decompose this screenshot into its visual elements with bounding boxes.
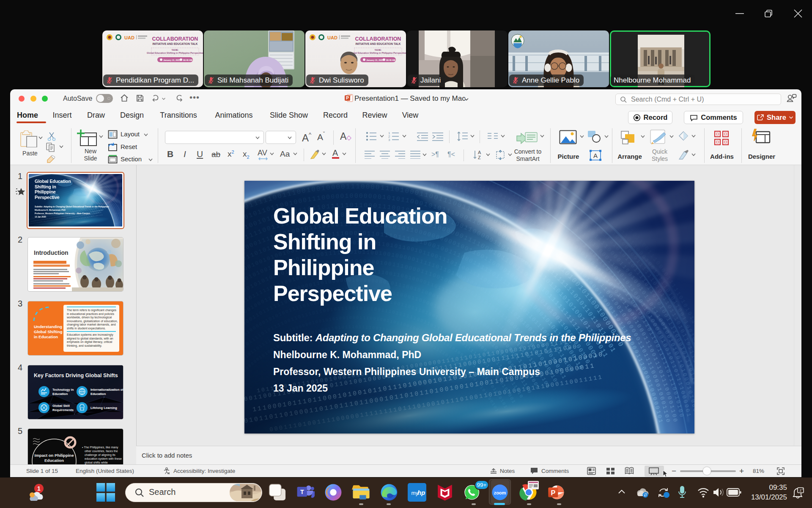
svg-text:09:40 AM: 09:40 AM bbox=[183, 59, 192, 61]
svg-text:COLLABORATION: COLLABORATION bbox=[355, 36, 401, 42]
svg-text:THEME:: THEME: bbox=[171, 49, 179, 51]
svg-text:Key Factors Driving Global Shi: Key Factors Driving Global Shifts bbox=[34, 373, 118, 378]
svg-text:January 13, 2025: January 13, 2025 bbox=[163, 59, 180, 61]
svg-text:INITIATIVE AND EDUCATION TALK: INITIATIVE AND EDUCATION TALK bbox=[152, 42, 198, 45]
svg-text:Internationalization of: Internationalization of bbox=[91, 388, 123, 392]
svg-text:Z: Z bbox=[478, 155, 481, 160]
svg-text:global shifts while: global shifts while bbox=[85, 461, 108, 464]
svg-text:challenge of aligning its: challenge of aligning its bbox=[85, 453, 115, 457]
svg-text:3: 3 bbox=[388, 138, 390, 141]
svg-text:Global Skill: Global Skill bbox=[52, 404, 70, 408]
svg-text:Education: Education bbox=[44, 458, 64, 463]
svg-text:INITIATIVE AND EDUCATION TALK: INITIATIVE AND EDUCATION TALK bbox=[355, 42, 401, 45]
svg-text:1: 1 bbox=[37, 485, 41, 492]
svg-text:Education: Education bbox=[52, 392, 68, 396]
svg-text:Lifelong Learning: Lifelong Learning bbox=[91, 406, 117, 410]
svg-text:• The Philippines, like many: • The Philippines, like many bbox=[82, 446, 118, 449]
svg-text:Impact on Philippine: Impact on Philippine bbox=[35, 453, 74, 458]
svg-text:UAD: UAD bbox=[327, 35, 337, 40]
svg-text:Z: Z bbox=[800, 489, 802, 492]
svg-text:P: P bbox=[346, 96, 349, 100]
svg-text:Requirements: Requirements bbox=[52, 408, 74, 412]
svg-text:P: P bbox=[551, 489, 555, 497]
svg-text:education system with these: education system with these bbox=[85, 457, 122, 461]
svg-text:Global Education Shifting in P: Global Education Shifting in Philippine … bbox=[350, 52, 406, 54]
svg-text:Global Education Shifting in P: Global Education Shifting in Philippine … bbox=[147, 52, 203, 54]
svg-text:hp: hp bbox=[417, 489, 425, 496]
svg-text:UAD: UAD bbox=[124, 35, 134, 40]
svg-text:09:40 AM: 09:40 AM bbox=[386, 59, 395, 61]
svg-text:January 13, 2025: January 13, 2025 bbox=[366, 59, 383, 61]
svg-text:Technology in: Technology in bbox=[52, 388, 74, 392]
svg-text:THEME:: THEME: bbox=[374, 49, 382, 51]
svg-text:Education: Education bbox=[91, 392, 106, 396]
svg-text:COLLABORATION: COLLABORATION bbox=[152, 36, 198, 42]
svg-text:other countries, faces the: other countries, faces the bbox=[85, 450, 118, 453]
svg-text:zoom: zoom bbox=[494, 490, 506, 495]
svg-text:A: A bbox=[478, 150, 481, 155]
svg-text:A: A bbox=[593, 152, 598, 159]
svg-text:T: T bbox=[300, 489, 304, 495]
